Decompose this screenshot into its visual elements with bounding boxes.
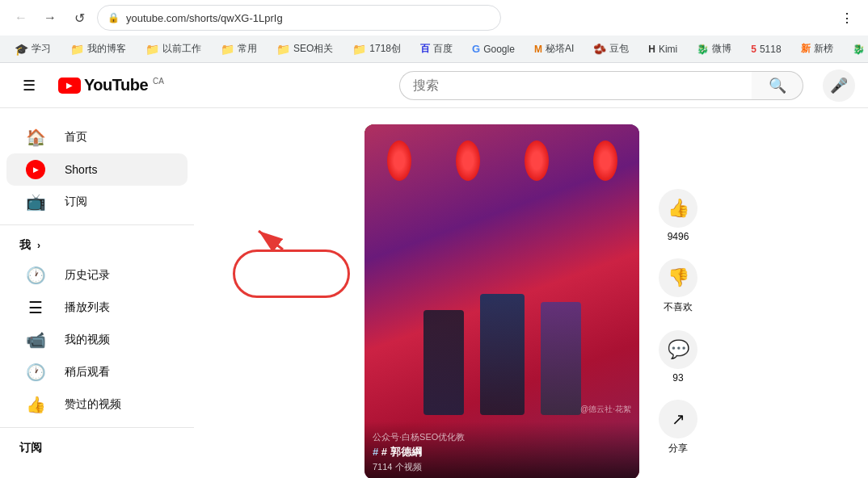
youtube-main: 🏠 首页 Shorts 📺 订阅 我 ›	[0, 108, 868, 478]
comment-icon: 💬	[668, 339, 689, 360]
share-icon-circle: ↗	[659, 400, 697, 438]
dislike-button[interactable]: 👎 不喜欢	[659, 258, 697, 314]
me-section-header[interactable]: 我 ›	[0, 232, 194, 259]
video-overlay: 公众号·白杨SEO优化教 # # 郭德綱 7114 个视频	[364, 421, 639, 478]
baidu2-icon: 🐉	[853, 44, 865, 55]
voice-search-button[interactable]: 🎤	[823, 69, 855, 102]
sidebar-subscriptions-section: 订阅	[0, 428, 194, 468]
mita-icon: M	[534, 44, 542, 55]
performer-3	[541, 302, 581, 415]
search-button[interactable]: 🔍	[752, 71, 803, 100]
sidebar-item-history[interactable]: 🕐 历史记录	[6, 259, 188, 291]
dislike-label: 不喜欢	[664, 300, 693, 314]
yt-logo-text: YouTube	[84, 76, 148, 94]
bookmark-xinbang[interactable]: 新新榜	[796, 40, 838, 57]
bookmark-icon: 🎓	[15, 43, 28, 56]
sidebar-item-liked[interactable]: 👍 赞过的视频	[6, 388, 188, 421]
menu-button[interactable]: ☰	[13, 69, 45, 102]
folder-icon-4: 📁	[276, 43, 290, 56]
video-watermark: @德云社·花絮	[580, 404, 631, 415]
home-icon: 🏠	[26, 128, 45, 147]
me-label: 我	[19, 238, 31, 253]
like-button[interactable]: 👍 9496	[659, 189, 697, 242]
comment-button[interactable]: 💬 93	[659, 330, 697, 384]
youtube-header: ☰ YouTube CA 🔍 🎤	[0, 63, 868, 108]
sidebar-history-label: 历史记录	[65, 268, 110, 283]
shorts-player-container: @德云社·花絮 公众号·白杨SEO优化教 # # 郭德綱 7114 个视频	[194, 108, 868, 478]
sidebar-item-watch-later[interactable]: 🕐 稍后观看	[6, 356, 188, 388]
bookmark-baidu[interactable]: 百百度	[415, 40, 457, 57]
reload-button[interactable]: ↺	[68, 6, 91, 29]
sidebar-home-label: 首页	[65, 130, 87, 145]
hamburger-icon: ☰	[23, 77, 36, 94]
sidebar-item-home[interactable]: 🏠 首页	[6, 121, 188, 153]
browser-extensions: ⋮	[836, 6, 858, 29]
bookmark-1718[interactable]: 📁1718创	[348, 40, 406, 57]
video-overlay-text: 公众号·白杨SEO优化教	[373, 431, 631, 443]
weibo-icon: 🐉	[697, 44, 709, 55]
sidebar-item-playlist[interactable]: ☰ 播放列表	[6, 291, 188, 324]
search-input[interactable]	[399, 71, 752, 100]
address-bar[interactable]: 🔒 youtube.com/shorts/qwXG-1LprIg	[97, 5, 501, 31]
lantern-3	[525, 140, 549, 181]
bookmark-doubao[interactable]: 🫘豆包	[588, 40, 634, 57]
sidebar-liked-label: 赞过的视频	[65, 397, 121, 412]
my-videos-icon: 📹	[26, 330, 45, 350]
sidebar: 🏠 首页 Shorts 📺 订阅 我 ›	[0, 108, 194, 478]
bookmark-google[interactable]: GGoogle	[467, 41, 520, 57]
thumbs-down-icon: 👎	[668, 267, 689, 288]
sidebar-item-subscriptions[interactable]: 📺 订阅	[6, 186, 188, 218]
youtube-logo[interactable]: YouTube CA	[58, 76, 164, 94]
bookmark-blog[interactable]: 📁我的博客	[65, 40, 131, 57]
youtube-page: ☰ YouTube CA 🔍 🎤 🏠 首页	[0, 63, 868, 478]
bookmark-weibo[interactable]: 🐉微博	[692, 40, 736, 57]
bookmark-study[interactable]: 🎓学习	[10, 40, 56, 57]
performer-2	[480, 294, 525, 415]
bookmark-mita[interactable]: M秘塔AI	[529, 40, 579, 57]
history-icon: 🕐	[26, 266, 45, 285]
playlist-icon: ☰	[26, 298, 45, 317]
subscriptions-section-header[interactable]: 订阅	[0, 434, 194, 462]
sidebar-item-shorts[interactable]: Shorts	[6, 153, 188, 186]
sidebar-me-section: 我 › 🕐 历史记录 ☰ 播放列表 📹 我的视频 🕐 稍后观看	[0, 225, 194, 428]
bookmark-common[interactable]: 📁常用	[216, 40, 262, 57]
bookmark-kimi[interactable]: HKimi	[643, 42, 682, 57]
back-button[interactable]: ←	[10, 6, 32, 29]
share-icon: ↗	[672, 409, 685, 429]
shorts-video[interactable]: @德云社·花絮 公众号·白杨SEO优化教 # # 郭德綱 7114 个视频	[364, 124, 639, 478]
bookmark-baidu2[interactable]: 🐉百度扩	[848, 40, 868, 57]
lantern-2	[456, 140, 480, 181]
watch-later-icon: 🕐	[26, 363, 45, 382]
shorts-icon	[26, 160, 45, 179]
forward-button[interactable]: →	[39, 6, 61, 29]
bookmark-work[interactable]: 📁以前工作	[141, 40, 206, 57]
content-area: @德云社·花絮 公众号·白杨SEO优化教 # # 郭德綱 7114 个视频	[194, 108, 868, 478]
ssl-lock-icon: 🔒	[107, 12, 120, 23]
performer-1	[423, 310, 464, 415]
bookmark-5118[interactable]: 55118	[746, 42, 786, 57]
yt-logo-country: CA	[153, 77, 164, 86]
dislike-icon-circle: 👎	[659, 258, 697, 297]
sidebar-shorts-label: Shorts	[65, 163, 97, 176]
share-button[interactable]: ↗ 分享	[659, 400, 697, 455]
subscriptions-section-label: 订阅	[19, 441, 42, 455]
sidebar-main-section: 🏠 首页 Shorts 📺 订阅	[0, 115, 194, 225]
baidu-icon: 百	[420, 42, 430, 56]
browser-chrome: ← → ↺ 🔒 youtube.com/shorts/qwXG-1LprIg ⋮…	[0, 0, 868, 63]
sidebar-subscriptions-label: 订阅	[65, 195, 87, 209]
ext-button[interactable]: ⋮	[836, 6, 858, 29]
sidebar-playlist-label: 播放列表	[65, 300, 110, 315]
comment-count: 93	[672, 372, 683, 384]
performers	[364, 237, 639, 415]
folder-icon-5: 📁	[352, 43, 366, 56]
xinbang-icon: 新	[801, 42, 811, 56]
sidebar-item-my-videos[interactable]: 📹 我的视频	[6, 324, 188, 356]
doubao-icon: 🫘	[593, 43, 606, 55]
bookmark-seo[interactable]: 📁SEO相关	[272, 40, 338, 57]
url-text: youtube.com/shorts/qwXG-1LprIg	[126, 12, 283, 24]
like-count: 9496	[668, 231, 689, 242]
lantern-1	[387, 140, 411, 181]
sidebar-watch-later-label: 稍后观看	[65, 365, 110, 379]
sidebar-my-videos-label: 我的视频	[65, 333, 110, 347]
stage-decoration	[364, 140, 639, 181]
